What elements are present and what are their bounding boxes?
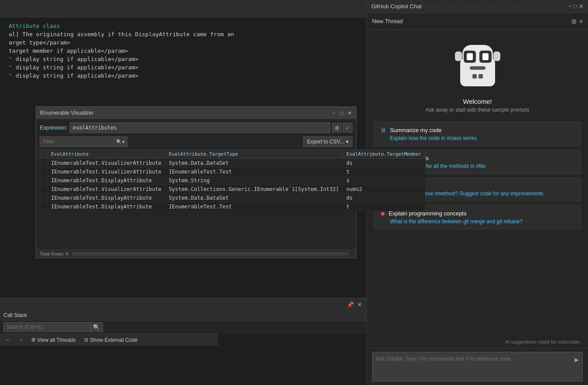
check-icon[interactable]: ✓ <box>343 123 352 133</box>
bottom-panel: 📌 ✕ Call Stack 🔍 ← → ⊞ View all Threads … <box>0 298 366 385</box>
copilot-input-area: ➤ <box>367 348 588 385</box>
copilot-layout-button[interactable]: ⊞ <box>571 18 577 25</box>
pin-panel-button[interactable]: 📌 <box>346 300 355 309</box>
show-external-code-button[interactable]: ⊟ Show External Code <box>82 336 140 344</box>
code-line: ' display string if applicable</param> <box>9 63 358 72</box>
copilot-titlebar: GitHub Copilot Chat ····················… <box>367 0 588 13</box>
editor-area: Attribute class al] The originating asse… <box>0 0 366 385</box>
table-row: IEnumerableTest.VisualizerAttribute IEnu… <box>40 167 425 176</box>
welcome-title: Welcome! <box>463 98 492 105</box>
panel-tabs: 📌 ✕ <box>0 298 366 310</box>
table-row: IEnumerableTest.DisplayAttribute System.… <box>40 176 425 185</box>
table-row: IEnumerableTest.VisualizerAttribute Syst… <box>40 159 425 167</box>
suggestion-card-summarize[interactable]: 🖥 Summarize my code Explain how the code… <box>374 122 581 146</box>
dots-separator: ········································… <box>422 4 569 9</box>
copilot-minimize-button[interactable]: − <box>569 3 572 10</box>
copilot-logo <box>451 38 504 91</box>
visualizer-title: IEnumerable Visualizer <box>40 110 93 116</box>
expression-input[interactable] <box>70 123 330 133</box>
table-row: IEnumerableTest.DisplayAttribute IEnumer… <box>40 202 425 211</box>
summarize-subtitle: Explain how the code in #class works <box>390 135 574 141</box>
copilot-close-button[interactable]: ✕ <box>579 3 584 10</box>
view-all-threads-label: View all Threads <box>37 337 75 343</box>
copilot-toolbar: New Thread ⊞ ≡ <box>367 13 588 30</box>
close-panel-button[interactable]: ✕ <box>356 300 363 309</box>
total-rows-bar: Total Rows: 6 <box>36 249 356 258</box>
col-evalattr: EvalAttribute <box>48 150 165 159</box>
copilot-send-button[interactable]: ➤ <box>573 356 579 364</box>
svg-rect-8 <box>479 74 483 78</box>
visualizer-titlebar: IEnumerable Visualizer − □ ✕ <box>36 107 356 119</box>
explain-subtitle: What is the difference between git merge… <box>390 218 574 225</box>
refresh-icon[interactable]: ⊞ <box>332 123 342 133</box>
forward-button[interactable]: → <box>16 336 25 344</box>
copilot-input[interactable] <box>376 355 573 378</box>
back-button[interactable]: ← <box>3 336 13 344</box>
filter-row: 🔍▾ Export to CSV... ▾ <box>40 136 352 147</box>
svg-rect-6 <box>470 66 485 70</box>
visualizer-body: Expression: ⊞ ✓ 🔍▾ Export to CSV... ▾ <box>36 119 356 249</box>
svg-rect-10 <box>493 51 500 61</box>
call-stack-search: 🔍 <box>0 320 366 334</box>
svg-rect-5 <box>482 53 489 60</box>
export-csv-button[interactable]: Export to CSV... ▾ <box>303 136 352 147</box>
code-line: arget type</param> <box>9 38 358 47</box>
ai-disclaimer: AI suggestions might be inaccurate. <box>374 336 581 348</box>
top-toolbar <box>0 0 366 17</box>
close-button[interactable]: ✕ <box>346 110 352 116</box>
new-thread-label: New Thread <box>372 18 403 24</box>
call-stack-search-input[interactable] <box>3 322 91 332</box>
call-stack-search-button[interactable]: 🔍 <box>91 322 103 332</box>
code-line: ' display string if applicable</param> <box>9 55 358 63</box>
pin-button[interactable]: − <box>331 110 337 116</box>
table-row: IEnumerableTest.DisplayAttribute System.… <box>40 194 425 202</box>
col-num <box>40 150 48 159</box>
call-stack-label: Call Stack <box>3 312 27 318</box>
code-line: ' display string if applicable</param> <box>9 72 358 80</box>
panel-controls: 📌 ✕ <box>346 300 363 309</box>
expression-row: Expression: ⊞ ✓ <box>40 123 352 133</box>
filter-search-button[interactable]: 🔍▾ <box>114 136 127 147</box>
copilot-toolbar-right: ⊞ ≡ <box>571 18 583 25</box>
data-table: EvalAttribute EvalAttribute.TargetType E… <box>40 150 425 211</box>
expr-icons: ⊞ ✓ <box>332 123 352 133</box>
titlebar-controls: − □ ✕ <box>331 110 352 116</box>
filter-input[interactable] <box>40 136 114 147</box>
code-line: al] The originating assembly if this Dis… <box>9 30 358 38</box>
svg-rect-7 <box>472 74 477 78</box>
scroll-bar[interactable] <box>72 252 349 256</box>
monitor-icon: 🖥 <box>380 126 386 133</box>
external-code-icon: ⊟ <box>84 337 88 343</box>
maximize-button[interactable]: □ <box>338 110 345 116</box>
call-stack-bottom-bar: ← → ⊞ View all Threads ⊟ Show External C… <box>0 334 218 346</box>
copilot-title: GitHub Copilot Chat <box>371 3 422 10</box>
copilot-dock-button[interactable]: □ <box>574 3 577 10</box>
col-targetmember: EvalAttribute.TargetMember <box>343 150 425 159</box>
view-all-threads-button[interactable]: ⊞ View all Threads <box>29 336 78 344</box>
svg-rect-9 <box>455 51 462 61</box>
new-thread-button[interactable]: New Thread <box>372 18 403 24</box>
threads-icon: ⊞ <box>31 337 35 343</box>
export-label: Export to CSV... <box>307 139 344 145</box>
code-line: target member if applicable</param> <box>9 47 358 55</box>
copilot-list-button[interactable]: ≡ <box>579 18 583 25</box>
card-header-summarize: 🖥 Summarize my code <box>380 126 574 133</box>
visualizer-panel: IEnumerable Visualizer − □ ✕ Expression:… <box>36 106 356 258</box>
call-stack-header: Call Stack <box>0 310 366 320</box>
copilot-input-wrapper: ➤ <box>372 352 583 382</box>
table-row: IEnumerableTest.VisualizerAttribute Syst… <box>40 185 425 194</box>
empty-rows-area <box>40 211 352 246</box>
welcome-subtitle: Ask away or start with these sample prom… <box>425 107 529 113</box>
total-rows-label: Total Rows: 6 <box>40 251 68 256</box>
col-targettype: EvalAttribute.TargetType <box>165 150 342 159</box>
expression-label: Expression: <box>40 125 67 131</box>
svg-rect-4 <box>467 53 473 60</box>
export-dropdown-icon: ▾ <box>346 139 349 145</box>
summarize-title: Summarize my code <box>390 127 441 133</box>
copilot-title-controls: − □ ✕ <box>569 3 584 10</box>
show-external-code-label: Show External Code <box>90 337 137 343</box>
code-line: Attribute class <box>9 22 358 30</box>
